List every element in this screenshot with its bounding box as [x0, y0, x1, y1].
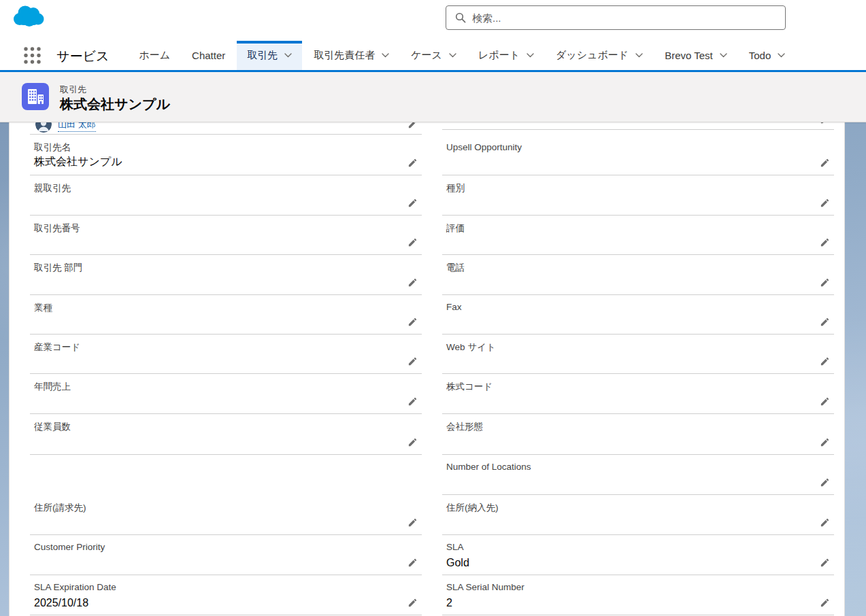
field-label: 年間売上 — [34, 381, 71, 393]
field-row: SLA Expiration Date2025/10/18 — [30, 575, 422, 615]
chevron-down-icon[interactable] — [284, 53, 292, 58]
field-label: SLA Expiration Date — [34, 582, 116, 592]
pencil-icon — [407, 277, 418, 288]
inline-edit-button[interactable] — [818, 436, 831, 448]
field-label: 種別 — [446, 182, 465, 194]
field-label: Upsell Opportunity — [446, 142, 522, 152]
nav-tab-2[interactable]: 取引先 — [237, 41, 302, 70]
record-detail-card: 山田 太郎 取引先名株式会社サンプル親取引先取引先番号取引先 部門業種産業コード… — [9, 105, 845, 616]
pencil-icon — [407, 158, 418, 168]
app-launcher-button[interactable] — [22, 46, 41, 65]
nav-tab-1[interactable]: Chatter — [182, 41, 235, 70]
inline-edit-button[interactable] — [818, 476, 831, 488]
nav-tab-8[interactable]: Todo — [739, 41, 796, 70]
inline-edit-button[interactable] — [818, 556, 831, 568]
nav-bar: サービス ホームChatter取引先取引先責任者ケースレポートダッシュボードBr… — [0, 41, 866, 72]
inline-edit-button[interactable] — [818, 196, 831, 209]
field-row: 評価 — [442, 216, 834, 255]
field-value: 株式会社サンプル — [34, 155, 122, 169]
inline-edit-button[interactable] — [406, 355, 418, 367]
field-row: 親取引先 — [30, 175, 422, 216]
inline-edit-button[interactable] — [818, 276, 831, 288]
inline-edit-button[interactable] — [818, 516, 831, 528]
nav-tab-7[interactable]: Brevo Test — [654, 41, 737, 70]
app-name: サービス — [56, 48, 109, 70]
pencil-icon — [407, 396, 418, 407]
field-row: Number of Locations — [442, 455, 834, 495]
waffle-icon — [23, 46, 41, 65]
field-row: 取引先番号 — [30, 216, 422, 255]
pencil-icon — [407, 317, 418, 327]
inline-edit-button[interactable] — [818, 355, 831, 367]
field-row: 住所(納入先) — [442, 495, 834, 535]
inline-edit-button[interactable] — [406, 516, 418, 528]
nav-tab-0[interactable]: ホーム — [129, 41, 180, 70]
field-label: Fax — [446, 302, 462, 312]
inline-edit-button[interactable] — [818, 315, 831, 328]
field-row: 住所(請求先) — [30, 495, 422, 535]
nav-tabs: ホームChatter取引先取引先責任者ケースレポートダッシュボードBrevo T… — [128, 41, 796, 70]
inline-edit-button[interactable] — [818, 156, 831, 169]
page-header: 取引先 株式会社サンプル — [0, 72, 866, 122]
field-label: 会社形態 — [446, 421, 483, 433]
inline-edit-button[interactable] — [818, 395, 831, 407]
pencil-icon — [407, 517, 418, 528]
pencil-icon — [820, 198, 830, 208]
pencil-icon — [820, 437, 830, 447]
chevron-down-icon[interactable] — [449, 53, 456, 58]
pencil-icon — [820, 158, 830, 168]
search-input[interactable] — [446, 5, 786, 30]
inline-edit-button[interactable] — [406, 436, 418, 448]
account-object-icon — [22, 83, 49, 110]
global-search — [446, 5, 786, 30]
chevron-down-icon[interactable] — [382, 53, 389, 58]
chevron-down-icon[interactable] — [635, 53, 643, 58]
field-label: 住所(納入先) — [446, 502, 499, 514]
global-header — [0, 0, 866, 41]
nav-tab-4[interactable]: ケース — [401, 41, 467, 70]
inline-edit-button[interactable] — [818, 236, 831, 248]
nav-tab-6[interactable]: ダッシュボード — [546, 41, 653, 70]
chevron-down-icon[interactable] — [527, 53, 534, 58]
pencil-icon — [820, 558, 830, 568]
field-value: Gold — [446, 557, 469, 569]
inline-edit-button[interactable] — [818, 596, 831, 609]
building-icon — [22, 83, 49, 110]
pencil-icon — [820, 477, 830, 487]
field-label: SLA — [446, 542, 464, 552]
salesforce-logo-icon — [11, 3, 45, 33]
field-row: 従業員数 — [30, 414, 422, 455]
field-label: Customer Priority — [34, 542, 105, 552]
field-row: 取引先名株式会社サンプル — [30, 135, 422, 175]
chevron-down-icon[interactable] — [778, 53, 785, 58]
nav-tab-label: レポート — [478, 49, 520, 62]
field-column-right: Upsell Opportunity種別評価電話FaxWeb サイト株式コード会… — [442, 106, 834, 615]
pencil-icon — [820, 598, 830, 608]
inline-edit-button[interactable] — [406, 156, 418, 169]
field-label: 評価 — [446, 222, 465, 235]
inline-edit-button[interactable] — [406, 556, 418, 568]
pencil-icon — [407, 356, 418, 366]
inline-edit-button[interactable] — [406, 276, 418, 288]
inline-edit-button[interactable] — [406, 315, 418, 328]
field-label: 住所(請求先) — [34, 502, 86, 514]
pencil-icon — [820, 277, 830, 288]
nav-tab-label: 取引先 — [247, 49, 278, 62]
nav-tab-3[interactable]: 取引先責任者 — [303, 41, 399, 70]
field-column-left: 山田 太郎 取引先名株式会社サンプル親取引先取引先番号取引先 部門業種産業コード… — [30, 106, 422, 615]
chevron-down-icon[interactable] — [720, 53, 727, 58]
inline-edit-button[interactable] — [406, 596, 418, 609]
nav-tab-5[interactable]: レポート — [468, 41, 544, 70]
pencil-icon — [820, 356, 830, 366]
record-title: 株式会社サンプル — [60, 95, 170, 114]
pencil-icon — [820, 396, 830, 407]
pencil-icon — [407, 237, 418, 247]
inline-edit-button[interactable] — [406, 196, 418, 209]
inline-edit-button[interactable] — [406, 236, 418, 248]
field-label: 親取引先 — [34, 182, 71, 194]
pencil-icon — [407, 598, 418, 608]
inline-edit-button[interactable] — [406, 395, 418, 407]
field-label: 電話 — [446, 262, 465, 274]
field-label: SLA Serial Number — [446, 582, 524, 592]
field-label: Web サイト — [446, 341, 496, 354]
